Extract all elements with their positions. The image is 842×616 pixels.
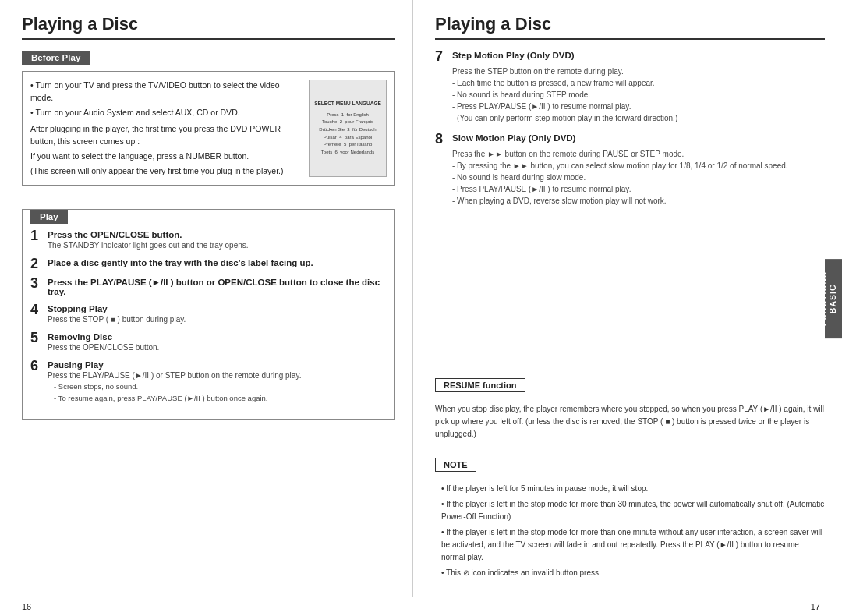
step-4-title: Stopping Play [48,304,387,313]
step-8-sub-3: Press PLAY/PAUSE (►/II ) to resume norma… [452,183,825,195]
before-play-label: Before Play [22,51,90,65]
step-5-number: 5 [30,331,48,345]
step-8-sub-2: No sound is heard during slow mode. [452,172,825,183]
right-step-7: 7 Step Motion Play (Only DVD) Press the … [435,51,825,124]
play-section: Play 1 Press the OPEN/CLOSE button. The … [22,209,395,420]
step-8-title: Slow Motion Play (Only DVD) [452,133,575,143]
step-8-body: Press the ►► button on the remote during… [435,148,825,207]
step-4-number: 4 [30,303,48,317]
before-play-line-4: If you want to select the language, pres… [30,150,301,163]
before-play-line-1: • Turn on your TV and press the TV/VIDEO… [30,80,301,104]
note-item-4: This ⊘ icon indicates an invalid button … [435,567,825,579]
resume-body: When you stop disc play, the player reme… [435,403,825,441]
before-play-text: • Turn on your TV and press the TV/VIDEO… [30,80,301,177]
step-8-sub-4: When playing a DVD, reverse slow motion … [452,195,825,207]
right-page-number: 17 [811,602,820,611]
step-6-title: Pausing Play [48,360,387,370]
step-6-sub-2: - To resume again, press PLAY/PAUSE (►/I… [48,393,387,404]
screen-row-4: Pulsar 4 para Español [324,134,372,142]
step-7-desc: Press the STEP button on the remote duri… [452,65,825,77]
step-2: 2 Place a disc gently into the tray with… [30,258,387,271]
step-8-sub-1: By pressing the ►► button, you can selec… [452,160,825,172]
step-1-title: Press the OPEN/CLOSE button. [48,230,387,239]
step-7-sub-3: Press PLAY/PAUSE (►/II ) to resume norma… [452,101,825,112]
note-item-1: If the player is left for 5 minutes in p… [435,483,825,495]
basic-functions-label: BASICFUNCTIONS [819,271,838,325]
step-1-number: 1 [30,228,48,243]
step-7-number: 7 [435,49,452,63]
step-6-number: 6 [30,359,48,373]
step-2-title: Place a disc gently into the tray with t… [48,258,387,267]
left-page: Playing a Disc Before Play • Turn on you… [0,0,413,597]
before-play-line-5: (This screen will only appear the very f… [30,165,301,178]
step-6: 6 Pausing Play Press the PLAY/PAUSE (►/I… [30,360,387,404]
step-1-desc: The STANDBY indicator light goes out and… [48,240,387,251]
left-page-title: Playing a Disc [22,14,395,40]
before-play-section: Before Play • Turn on your TV and press … [22,51,395,198]
step-3-number: 3 [30,276,48,290]
step-1: 1 Press the OPEN/CLOSE button. The STAND… [30,230,387,251]
step-8-number: 8 [435,132,452,146]
play-label: Play [30,210,68,224]
screen-row-6: Toets 6 voor Nederlands [321,149,374,157]
step-7-title: Step Motion Play (Only DVD) [452,51,575,60]
screen-title: SELECT MENU LANGUAGE [313,101,383,108]
step-8-desc: Press the ►► button on the remote during… [452,148,825,160]
step-5: 5 Removing Disc Press the OPEN/CLOSE but… [30,332,387,353]
right-page: Playing a Disc 7 Step Motion Play (Only … [413,0,842,597]
note-item-3: If the player is left in the stop mode f… [435,526,825,564]
left-page-number: 16 [22,602,31,611]
note-body: If the player is left for 5 minutes in p… [435,483,825,579]
note-item-2: If the player is left in the stop mode f… [435,498,825,523]
step-6-desc: Press the PLAY/PAUSE (►/II ) or STEP but… [48,370,387,381]
before-play-line-3: After plugging in the player, the first … [30,123,301,148]
step-5-title: Removing Disc [48,332,387,342]
step-5-desc: Press the OPEN/CLOSE button. [48,342,387,353]
basic-functions-tab: BASICFUNCTIONS [825,258,842,338]
screen-row-1: Press 1 for English [327,112,369,119]
step-6-sub-1: - Screen stops, no sound. [48,381,387,392]
before-play-screen: SELECT MENU LANGUAGE Press 1 for English… [309,80,387,177]
step-7-body: Press the STEP button on the remote duri… [435,65,825,124]
step-3-title: Press the PLAY/PAUSE (►/II ) button or O… [48,278,387,296]
step-3: 3 Press the PLAY/PAUSE (►/II ) button or… [30,278,387,297]
step-7-sub-4: (You can only perform step motion play i… [452,112,825,124]
resume-label: RESUME function [435,378,525,392]
step-2-number: 2 [30,257,48,271]
step-7-sub-2: No sound is heard during STEP mode. [452,89,825,101]
step-4-desc: Press the STOP ( ■ ) button during play. [48,314,387,325]
step-7-sub-1: Each time the button is pressed, a new f… [452,77,825,89]
before-play-line-2: • Turn on your Audio System and select A… [30,107,301,119]
right-step-8: 8 Slow Motion Play (Only DVD) Press the … [435,133,825,207]
step-4: 4 Stopping Play Press the STOP ( ■ ) but… [30,304,387,325]
note-label: NOTE [435,458,476,472]
page-numbers: 16 17 [0,597,842,616]
screen-row-2: Touche 2 pour Français [322,119,373,126]
right-page-title: Playing a Disc [435,14,825,40]
screen-row-5: Premere 5 per Italiano [324,141,373,149]
screen-row-3: Drücken Sie 3 für Deutsch [319,126,376,134]
resume-section: RESUME function When you stop disc play,… [435,378,825,441]
note-section: NOTE If the player is left for 5 minutes… [435,458,825,582]
